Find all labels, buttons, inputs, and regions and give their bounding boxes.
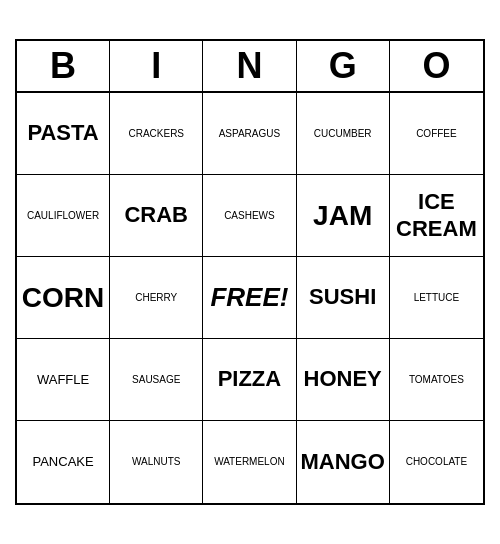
bingo-cell: SAUSAGE <box>110 339 203 421</box>
bingo-cell: WAFFLE <box>17 339 110 421</box>
bingo-cell: COFFEE <box>390 93 483 175</box>
bingo-cell: MANGO <box>297 421 390 503</box>
bingo-cell: CAULIFLOWER <box>17 175 110 257</box>
cell-label: SUSHI <box>309 284 376 310</box>
bingo-cell: CHERRY <box>110 257 203 339</box>
cell-label: WALNUTS <box>132 456 181 468</box>
cell-label: CUCUMBER <box>314 128 372 140</box>
cell-label: CAULIFLOWER <box>27 210 99 222</box>
cell-label: ASPARAGUS <box>219 128 281 140</box>
bingo-cell: JAM <box>297 175 390 257</box>
cell-label: TOMATOES <box>409 374 464 386</box>
bingo-cell: PASTA <box>17 93 110 175</box>
bingo-cell: WATERMELON <box>203 421 296 503</box>
cell-label: CRAB <box>124 202 188 228</box>
cell-label: WAFFLE <box>37 372 89 388</box>
bingo-cell: CUCUMBER <box>297 93 390 175</box>
bingo-grid: PASTACRACKERSASPARAGUSCUCUMBERCOFFEECAUL… <box>17 93 483 503</box>
cell-label: MANGO <box>301 449 385 475</box>
cell-label: JAM <box>313 199 372 233</box>
header-letter: N <box>203 41 296 91</box>
cell-label: CHOCOLATE <box>406 456 468 468</box>
header-letter: G <box>297 41 390 91</box>
bingo-cell: ICE CREAM <box>390 175 483 257</box>
bingo-cell: CASHEWS <box>203 175 296 257</box>
bingo-cell: Free! <box>203 257 296 339</box>
cell-label: Free! <box>210 282 288 313</box>
bingo-cell: LETTUCE <box>390 257 483 339</box>
header-letter: O <box>390 41 483 91</box>
bingo-cell: PIZZA <box>203 339 296 421</box>
cell-label: WATERMELON <box>214 456 285 468</box>
cell-label: COFFEE <box>416 128 457 140</box>
cell-label: CRACKERS <box>128 128 184 140</box>
bingo-header: BINGO <box>17 41 483 93</box>
bingo-cell: HONEY <box>297 339 390 421</box>
cell-label: PASTA <box>27 120 98 146</box>
bingo-cell: CHOCOLATE <box>390 421 483 503</box>
bingo-cell: PANCAKE <box>17 421 110 503</box>
bingo-cell: ASPARAGUS <box>203 93 296 175</box>
header-letter: I <box>110 41 203 91</box>
cell-label: CASHEWS <box>224 210 275 222</box>
bingo-cell: TOMATOES <box>390 339 483 421</box>
cell-label: SAUSAGE <box>132 374 180 386</box>
cell-label: CHERRY <box>135 292 177 304</box>
cell-label: ICE CREAM <box>394 189 479 242</box>
bingo-card: BINGO PASTACRACKERSASPARAGUSCUCUMBERCOFF… <box>15 39 485 505</box>
bingo-cell: WALNUTS <box>110 421 203 503</box>
cell-label: HONEY <box>304 366 382 392</box>
bingo-cell: CORN <box>17 257 110 339</box>
header-letter: B <box>17 41 110 91</box>
bingo-cell: SUSHI <box>297 257 390 339</box>
cell-label: CORN <box>22 281 104 315</box>
bingo-cell: CRAB <box>110 175 203 257</box>
bingo-cell: CRACKERS <box>110 93 203 175</box>
cell-label: PANCAKE <box>32 454 93 470</box>
cell-label: PIZZA <box>218 366 282 392</box>
cell-label: LETTUCE <box>414 292 460 304</box>
